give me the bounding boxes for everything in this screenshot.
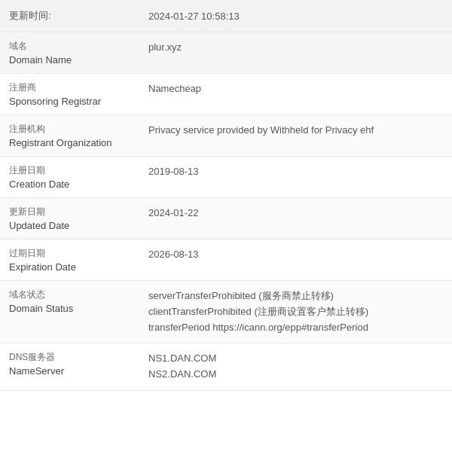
- label-chinese: 过期日期: [9, 247, 141, 260]
- label-chinese: 域名状态: [9, 288, 141, 301]
- value-column: plur.xyz: [148, 40, 443, 56]
- label-english: Creation Date: [9, 178, 141, 190]
- label-column: DNS服务器NameServer: [9, 351, 148, 377]
- value-column: 2024-01-22: [148, 206, 443, 221]
- value-column: 2019-08-13: [148, 164, 443, 180]
- label-chinese: 注册机构: [9, 123, 141, 136]
- table-row: 注册商Sponsoring RegistrarNamecheap: [0, 74, 452, 115]
- value-column: NS1.DAN.COMNS2.DAN.COM: [148, 351, 443, 383]
- value-line: NS1.DAN.COM: [148, 351, 443, 367]
- update-time-row: 更新时间: 2024-01-27 10:58:13: [0, 0, 452, 32]
- value-column: Namecheap: [148, 81, 443, 97]
- value-column: serverTransferProhibited (服务商禁止转移)client…: [148, 288, 443, 335]
- value-line: serverTransferProhibited (服务商禁止转移): [148, 288, 443, 304]
- table-row: 域名状态Domain StatusserverTransferProhibite…: [0, 281, 452, 343]
- label-column: 注册机构Registrant Organization: [9, 123, 148, 148]
- label-chinese: 更新日期: [9, 206, 141, 218]
- label-english: Registrant Organization: [9, 137, 141, 148]
- whois-table: 更新时间: 2024-01-27 10:58:13 域名Domain Namep…: [0, 0, 452, 391]
- label-chinese: 注册日期: [9, 164, 141, 177]
- label-english: Domain Name: [9, 54, 141, 66]
- label-english: Updated Date: [9, 220, 141, 231]
- update-time-label: 更新时间:: [9, 9, 148, 23]
- label-english: Domain Status: [9, 303, 141, 314]
- label-english: NameServer: [9, 365, 141, 377]
- label-column: 过期日期Expiration Date: [9, 247, 148, 273]
- value-line: NS2.DAN.COM: [148, 367, 443, 383]
- label-chinese: 注册商: [9, 81, 141, 94]
- label-column: 域名Domain Name: [9, 40, 148, 66]
- update-time-value: 2024-01-27 10:58:13: [148, 11, 443, 22]
- table-row: 过期日期Expiration Date2026-08-13: [0, 240, 452, 281]
- label-chinese: 域名: [9, 40, 141, 53]
- table-row: DNS服务器NameServerNS1.DAN.COMNS2.DAN.COM: [0, 343, 452, 391]
- label-english: Sponsoring Registrar: [9, 96, 141, 107]
- label-column: 域名状态Domain Status: [9, 288, 148, 314]
- label-column: 注册商Sponsoring Registrar: [9, 81, 148, 107]
- table-row: 注册日期Creation Date2019-08-13: [0, 157, 452, 198]
- table-row: 更新日期Updated Date2024-01-22: [0, 198, 452, 240]
- label-column: 更新日期Updated Date: [9, 206, 148, 231]
- value-line: transferPeriod https://icann.org/epp#tra…: [148, 320, 443, 336]
- value-column: 2026-08-13: [148, 247, 443, 263]
- table-row: 域名Domain Nameplur.xyz: [0, 32, 452, 74]
- label-english: Expiration Date: [9, 261, 141, 273]
- label-chinese: DNS服务器: [9, 351, 141, 364]
- value-line: clientTransferProhibited (注册商设置客户禁止转移): [148, 304, 443, 320]
- value-column: Privacy service provided by Withheld for…: [148, 123, 443, 139]
- table-row: 注册机构Registrant OrganizationPrivacy servi…: [0, 115, 452, 157]
- label-column: 注册日期Creation Date: [9, 164, 148, 190]
